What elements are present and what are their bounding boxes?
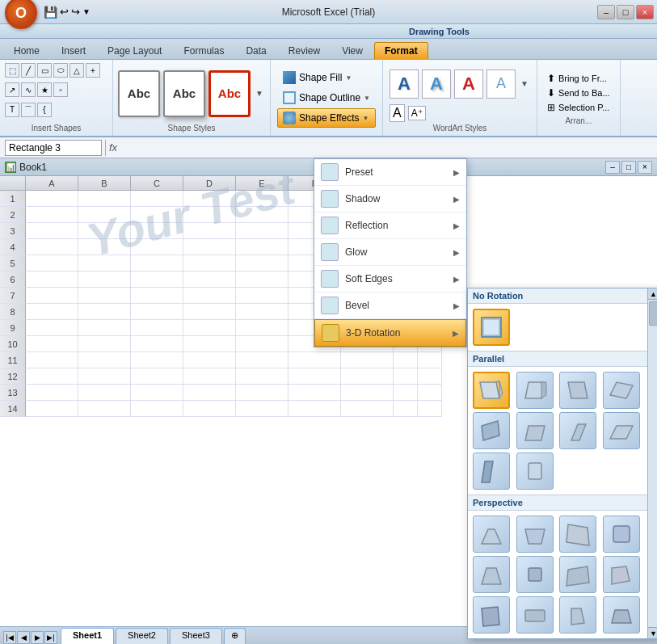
parallel-item-4[interactable] <box>603 372 640 409</box>
tab-insert-sheet[interactable]: ⊕ <box>224 628 246 644</box>
shape-style-2[interactable]: Abc <box>163 70 205 117</box>
cell[interactable] <box>78 191 131 207</box>
tab-sheet1[interactable]: Sheet1 <box>61 628 114 644</box>
cell[interactable] <box>26 223 78 239</box>
cell[interactable] <box>26 207 78 223</box>
wordart-btn-4[interactable]: A <box>486 69 516 99</box>
cell[interactable] <box>236 304 288 320</box>
cell[interactable] <box>131 255 183 271</box>
shape-fill-btn[interactable]: Shape Fill ▼ <box>277 68 376 87</box>
text-tool[interactable]: T <box>5 103 19 117</box>
tab-insert[interactable]: Insert <box>51 42 96 59</box>
perspective-item-12[interactable] <box>603 596 640 633</box>
cell[interactable] <box>183 255 236 271</box>
cell[interactable] <box>236 401 288 417</box>
submenu-scrollbar[interactable]: ▲ ▼ <box>647 288 657 638</box>
nav-first[interactable]: |◀ <box>3 631 16 644</box>
nav-next[interactable]: ▶ <box>31 631 44 644</box>
parallel-item-2[interactable] <box>516 372 554 409</box>
cell[interactable] <box>26 255 78 271</box>
perspective-item-3[interactable] <box>559 516 596 553</box>
cell[interactable] <box>26 320 78 336</box>
cell[interactable] <box>394 352 418 368</box>
cell[interactable] <box>394 368 418 385</box>
reflection-menu-item[interactable]: Reflection ▶ <box>314 213 466 239</box>
shape-outline-btn[interactable]: Shape Outline ▼ <box>277 88 376 107</box>
cell[interactable] <box>78 304 131 320</box>
cell[interactable] <box>288 352 341 368</box>
bevel-menu-item[interactable]: Bevel ▶ <box>314 293 466 319</box>
parallel-item-5[interactable] <box>473 412 510 449</box>
cell[interactable] <box>394 401 418 417</box>
perspective-item-5[interactable] <box>473 556 510 593</box>
close-btn[interactable]: × <box>636 5 654 19</box>
cell[interactable] <box>341 368 394 385</box>
cell[interactable] <box>78 320 131 336</box>
parallel-item-7[interactable] <box>559 412 596 449</box>
cell[interactable] <box>236 288 288 304</box>
cell[interactable] <box>131 385 183 401</box>
cell[interactable] <box>78 401 131 417</box>
cell[interactable] <box>183 368 236 385</box>
nav-last[interactable]: ▶| <box>44 631 57 644</box>
callout-tool[interactable]: ▫ <box>53 82 68 97</box>
perspective-item-10[interactable] <box>516 596 554 633</box>
shape-style-1[interactable]: Abc <box>118 70 160 117</box>
minimize-btn[interactable]: – <box>597 5 615 19</box>
more-shapes[interactable]: + <box>86 63 100 78</box>
3d-rotation-menu-item[interactable]: 3-D Rotation ▶ <box>314 319 466 347</box>
cell[interactable] <box>131 207 183 223</box>
cell[interactable] <box>341 401 394 417</box>
cell[interactable] <box>131 239 183 255</box>
cell[interactable] <box>341 385 394 401</box>
cell[interactable] <box>78 255 131 271</box>
cell[interactable] <box>78 336 131 352</box>
rect-tool[interactable]: ▭ <box>37 63 52 78</box>
parallel-item-8[interactable] <box>603 412 640 449</box>
oval-tool[interactable]: ⬭ <box>53 63 68 78</box>
cell[interactable] <box>183 223 236 239</box>
cell[interactable] <box>78 368 131 385</box>
shape-fill-arrow[interactable]: ▼ <box>345 74 352 82</box>
parallel-item-3[interactable] <box>559 372 596 409</box>
cell[interactable] <box>236 336 288 352</box>
cell[interactable] <box>236 368 288 385</box>
name-box[interactable] <box>5 140 102 156</box>
tab-pagelayout[interactable]: Page Layout <box>97 42 172 59</box>
perspective-item-4[interactable] <box>603 516 640 553</box>
cell[interactable] <box>288 385 341 401</box>
cell[interactable] <box>78 385 131 401</box>
tab-format[interactable]: Format <box>374 42 428 59</box>
cell[interactable] <box>183 288 236 304</box>
cell[interactable] <box>131 304 183 320</box>
scroll-thumb[interactable] <box>649 301 658 326</box>
line-tool[interactable]: ╱ <box>21 63 36 78</box>
cell[interactable] <box>236 352 288 368</box>
text-effect-icon[interactable]: A⁺ <box>408 106 426 120</box>
cell[interactable] <box>183 352 236 368</box>
cell[interactable] <box>418 385 442 401</box>
parallel-item-1[interactable] <box>473 372 510 409</box>
shape-effects-arrow[interactable]: ▼ <box>363 115 369 122</box>
shape-effects-btn[interactable]: Shape Effects ▼ <box>277 108 376 128</box>
cell[interactable] <box>78 223 131 239</box>
wordart-more[interactable]: ▼ <box>519 69 530 99</box>
tab-sheet2[interactable]: Sheet2 <box>116 628 168 644</box>
cell[interactable] <box>131 368 183 385</box>
tab-data[interactable]: Data <box>235 42 276 59</box>
cell[interactable] <box>236 271 288 288</box>
tab-home[interactable]: Home <box>3 42 50 59</box>
tab-formulas[interactable]: Formulas <box>173 42 234 59</box>
book-minimize[interactable]: – <box>605 161 620 174</box>
cell[interactable] <box>341 352 394 368</box>
cell[interactable] <box>236 207 288 223</box>
curve-tool[interactable]: ∿ <box>21 82 36 97</box>
maximize-btn[interactable]: □ <box>617 5 634 19</box>
wordart-btn-3[interactable]: A <box>454 69 483 99</box>
perspective-item-6[interactable] <box>516 556 554 593</box>
tab-view[interactable]: View <box>331 42 373 59</box>
shape-style-3[interactable]: Abc <box>208 70 251 117</box>
perspective-item-11[interactable] <box>559 596 596 633</box>
cell[interactable] <box>288 401 341 417</box>
cell[interactable] <box>131 271 183 288</box>
